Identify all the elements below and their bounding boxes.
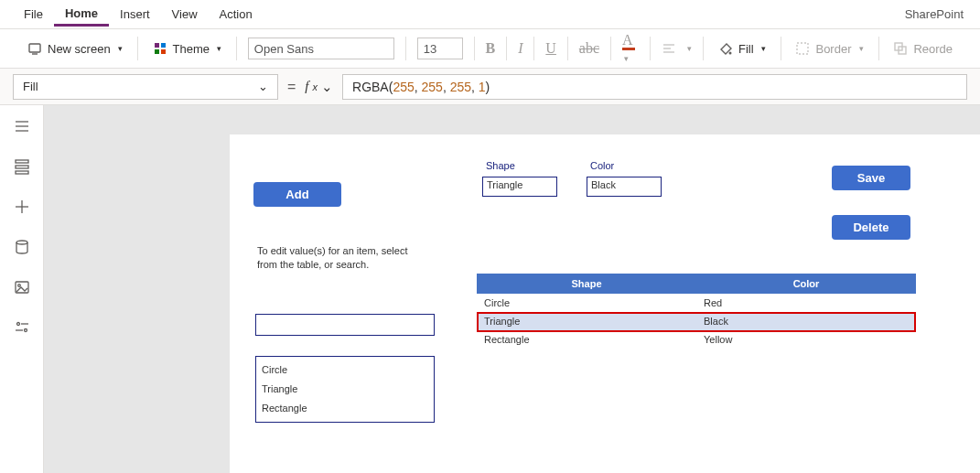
table-row[interactable]: Circle Red [477, 294, 916, 312]
svg-rect-2 [155, 43, 159, 48]
save-button[interactable]: Save [832, 166, 910, 190]
table-row[interactable]: Rectangle Yellow [477, 330, 916, 349]
chevron-down-icon: ⌄ [258, 80, 268, 93]
chevron-down-icon: ▾ [687, 44, 692, 53]
svg-rect-18 [16, 171, 28, 174]
ribbon: New screen ▾ Theme ▾ B I U abc A▾ ▾ [0, 29, 980, 69]
svg-rect-0 [29, 44, 40, 52]
font-color-button[interactable]: A▾ [622, 33, 639, 64]
menu-file[interactable]: File [13, 4, 54, 25]
menu-action[interactable]: Action [209, 4, 264, 25]
svg-rect-3 [161, 43, 166, 48]
search-input[interactable] [255, 314, 435, 336]
reorder-label: Reorde [913, 42, 953, 56]
font-name-select[interactable] [248, 38, 394, 59]
new-screen-button[interactable]: New screen ▾ [24, 39, 126, 58]
col-header-color: Color [696, 274, 916, 294]
fill-button[interactable]: Fill ▾ [715, 39, 770, 58]
media-icon[interactable] [14, 279, 30, 296]
workspace: Add Save Delete Shape Triangle Color Bla… [0, 105, 980, 473]
menu-insert[interactable]: Insert [109, 4, 161, 25]
brand-label: SharePoint [905, 7, 967, 21]
fill-label: Fill [738, 42, 754, 56]
chevron-down-icon: ▾ [217, 44, 221, 53]
chevron-down-icon: ▾ [859, 44, 864, 53]
svg-rect-16 [16, 160, 28, 163]
list-item[interactable]: Circle [262, 360, 428, 380]
svg-rect-17 [16, 166, 28, 168]
shape-listbox[interactable]: Circle Triangle Rectangle [255, 356, 435, 423]
svg-point-21 [16, 241, 27, 244]
svg-rect-10 [797, 43, 808, 54]
svg-point-24 [16, 323, 19, 326]
equals-sign: = [287, 79, 296, 95]
border-icon [795, 41, 810, 56]
reorder-button[interactable]: Reorde [889, 39, 956, 58]
col-header-shape: Shape [477, 274, 696, 294]
underline-button[interactable]: U [545, 41, 556, 56]
menu-home[interactable]: Home [54, 3, 109, 27]
color-field-label: Color [590, 160, 614, 171]
left-rail [0, 105, 44, 473]
svg-rect-5 [161, 49, 166, 54]
border-button[interactable]: Border ▾ [792, 39, 867, 58]
hint-text: To edit value(s) for an item, select fro… [257, 244, 413, 272]
svg-point-9 [728, 52, 731, 55]
canvas-area: Add Save Delete Shape Triangle Color Bla… [44, 105, 980, 473]
delete-button[interactable]: Delete [832, 215, 910, 240]
theme-button[interactable]: Theme ▾ [149, 39, 225, 58]
screen-icon [27, 41, 42, 56]
italic-button[interactable]: I [518, 41, 522, 56]
reorder-icon [893, 41, 908, 56]
formula-bar: Fill ⌄ = fx⌄ RGBA(255, 255, 255, 1) [0, 69, 980, 105]
list-item[interactable]: Rectangle [262, 399, 428, 418]
shape-input[interactable]: Triangle [482, 177, 557, 197]
chevron-down-icon: ▾ [118, 44, 123, 53]
table-row[interactable]: Triangle Black [477, 312, 916, 330]
list-item[interactable]: Triangle [262, 380, 428, 399]
insert-icon[interactable] [14, 199, 30, 215]
shape-field-label: Shape [486, 160, 515, 171]
border-label: Border [815, 42, 851, 56]
strike-button[interactable]: abc [579, 41, 599, 56]
align-icon[interactable] [662, 41, 676, 56]
data-table[interactable]: Shape Color Circle Red Triangle Black Re… [477, 274, 916, 349]
fx-button[interactable]: fx⌄ [305, 79, 333, 95]
tree-view-icon[interactable] [14, 158, 30, 175]
theme-label: Theme [173, 42, 210, 56]
data-icon[interactable] [14, 239, 30, 255]
formula-fn: RGBA [352, 80, 389, 94]
svg-rect-4 [155, 49, 159, 54]
theme-icon [153, 41, 167, 56]
color-input[interactable]: Black [587, 177, 662, 197]
formula-input[interactable]: RGBA(255, 255, 255, 1) [342, 74, 967, 100]
chevron-down-icon: ▾ [761, 44, 766, 53]
svg-point-26 [24, 329, 27, 332]
paint-bucket-icon [718, 41, 733, 56]
new-screen-label: New screen [48, 42, 111, 56]
add-button[interactable]: Add [253, 182, 341, 207]
font-size-select[interactable] [417, 38, 463, 59]
hamburger-icon[interactable] [14, 118, 30, 134]
menu-view[interactable]: View [161, 4, 209, 25]
menu-bar: File Home Insert View Action SharePoint [0, 0, 980, 29]
property-selector[interactable]: Fill ⌄ [13, 74, 278, 100]
property-label: Fill [23, 80, 38, 93]
app-canvas[interactable]: Add Save Delete Shape Triangle Color Bla… [230, 134, 980, 473]
settings-icon[interactable] [14, 319, 30, 336]
svg-point-23 [17, 285, 20, 287]
bold-button[interactable]: B [486, 41, 496, 56]
